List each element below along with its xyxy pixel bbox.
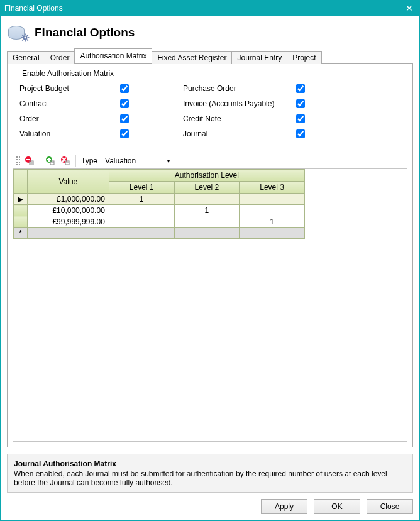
col-level2[interactable]: Level 2: [174, 182, 240, 194]
cell-l3[interactable]: 1: [240, 216, 305, 228]
tab-fixed-asset-register[interactable]: Fixed Asset Register: [152, 51, 232, 64]
col-value[interactable]: Value: [27, 170, 109, 194]
svg-point-9: [25, 37, 26, 39]
window-title: Financial Options: [4, 4, 403, 13]
checkbox-credit-note[interactable]: [296, 114, 305, 123]
tab-general[interactable]: General: [7, 51, 45, 64]
svg-line-7: [22, 40, 23, 41]
data-grid-area: Value Authorisation Level Level 1 Level …: [13, 169, 407, 442]
dialog-buttons: Apply OK Close: [7, 493, 413, 520]
tabstrip: General Order Authorisation Matrix Fixed…: [7, 48, 413, 64]
grid-toolbar: Type Valuation ▾: [13, 153, 407, 169]
checkbox-valuation[interactable]: [120, 129, 129, 138]
new-row-marker: *: [14, 228, 28, 239]
row-marker: ▶: [14, 194, 28, 205]
info-title: Journal Authorisation Matrix: [14, 459, 406, 468]
enable-matrix-group: Enable Authorisation Matrix Project Budg…: [13, 69, 407, 145]
table-row[interactable]: £99,999,999.00 1: [14, 216, 305, 228]
row-marker: [14, 216, 28, 228]
cell-l2[interactable]: [174, 216, 240, 228]
cell-l1[interactable]: [109, 205, 174, 216]
add-row-button[interactable]: [44, 155, 57, 167]
chevron-down-icon: ▾: [167, 158, 170, 164]
table-row[interactable]: ▶ £1,000,000.00 1: [14, 194, 305, 205]
col-group-auth-level: Authorisation Level: [109, 170, 304, 182]
tab-order[interactable]: Order: [45, 51, 75, 64]
label-order: Order: [19, 114, 120, 123]
cell-value[interactable]: £99,999,999.00: [27, 216, 109, 228]
col-level1[interactable]: Level 1: [109, 182, 174, 194]
tab-project[interactable]: Project: [287, 51, 321, 64]
type-label: Type: [81, 156, 97, 165]
page-header: Financial Options: [7, 22, 413, 47]
row-marker: [14, 205, 28, 216]
authorisation-grid[interactable]: Value Authorisation Level Level 1 Level …: [13, 169, 305, 239]
tab-panel: Enable Authorisation Matrix Project Budg…: [7, 64, 413, 447]
col-level3[interactable]: Level 3: [240, 182, 305, 194]
label-journal: Journal: [183, 129, 296, 138]
cell-l2[interactable]: 1: [174, 205, 240, 216]
checkbox-contract[interactable]: [120, 99, 129, 108]
delete-row-button[interactable]: [23, 155, 36, 167]
label-purchase-order: Purchase Order: [183, 84, 296, 93]
cell-value[interactable]: £1,000,000.00: [27, 194, 109, 205]
svg-line-5: [22, 35, 23, 36]
checkbox-invoice-ap[interactable]: [296, 99, 305, 108]
svg-line-8: [27, 35, 28, 36]
type-dropdown[interactable]: Valuation ▾: [102, 156, 172, 166]
info-panel: Journal Authorisation Matrix When enable…: [7, 454, 413, 493]
type-value: Valuation: [105, 156, 136, 165]
label-project-budget: Project Budget: [19, 84, 120, 93]
checkbox-project-budget[interactable]: [120, 84, 129, 93]
titlebar: Financial Options ✕: [1, 1, 419, 16]
cell-l1[interactable]: [109, 216, 174, 228]
cell-l3[interactable]: [240, 205, 305, 216]
checkbox-journal[interactable]: [296, 129, 305, 138]
database-gear-icon: [8, 25, 28, 41]
cell-l1[interactable]: 1: [109, 194, 174, 205]
cell-value[interactable]: £10,000,000.00: [27, 205, 109, 216]
info-body: When enabled, each Journal must be submi…: [14, 469, 406, 487]
label-invoice-ap: Invoice (Accounts Payable): [183, 99, 296, 108]
tab-journal-entry[interactable]: Journal Entry: [231, 51, 287, 64]
label-contract: Contract: [19, 99, 120, 108]
enable-matrix-legend: Enable Authorisation Matrix: [19, 69, 116, 78]
svg-rect-11: [26, 159, 30, 160]
new-row[interactable]: *: [14, 228, 305, 239]
ok-button[interactable]: OK: [314, 499, 360, 514]
tab-authorisation-matrix[interactable]: Authorisation Matrix: [74, 48, 152, 63]
cell-l3[interactable]: [240, 194, 305, 205]
close-button[interactable]: Close: [367, 499, 413, 514]
checkbox-purchase-order[interactable]: [296, 84, 305, 93]
remove-row-button[interactable]: [59, 155, 72, 167]
svg-line-6: [27, 40, 28, 41]
label-valuation: Valuation: [19, 129, 120, 138]
label-credit-note: Credit Note: [183, 114, 296, 123]
page-title: Financial Options: [35, 26, 135, 40]
toolbar-grip-icon: [16, 156, 21, 166]
close-icon[interactable]: ✕: [403, 3, 416, 13]
checkbox-order[interactable]: [120, 114, 129, 123]
apply-button[interactable]: Apply: [261, 499, 307, 514]
table-row[interactable]: £10,000,000.00 1: [14, 205, 305, 216]
cell-l2[interactable]: [174, 194, 240, 205]
svg-rect-17: [48, 158, 50, 162]
